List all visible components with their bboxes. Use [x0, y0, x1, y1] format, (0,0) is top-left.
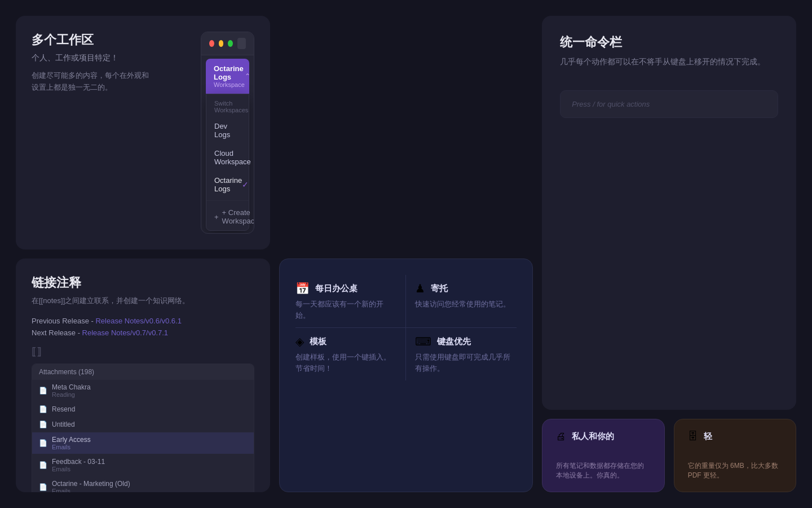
- link-row-next: Next Release - Release Notes/v0.7/v0.7.1: [32, 327, 254, 339]
- link-row-previous: Previous Release - Release Notes/v0.6/v0…: [32, 315, 254, 327]
- attachment-details-3: Early Access Emails: [52, 436, 91, 450]
- window-titlebar: [201, 32, 254, 55]
- command-bar-input[interactable]: Press / for quick actions: [560, 90, 778, 118]
- prev-release-label: Previous Release -: [32, 317, 95, 325]
- dropdown-item-cloud-workspace[interactable]: Cloud Workspace: [206, 144, 249, 171]
- attachment-details-5: Octarine - Marketing (Old) Emails: [52, 480, 130, 492]
- file-icon-2: 📄: [39, 421, 47, 428]
- template-icon: ◈: [295, 335, 304, 348]
- file-icon-4: 📄: [39, 461, 47, 469]
- attachment-name-0: Meta Chakra: [52, 383, 91, 391]
- command-bar-desc: 几乎每个动作都可以在不将手从键盘上移开的情况下完成。: [560, 55, 778, 68]
- feature-templates-desc: 创建样板，使用一个键插入。节省时间！: [295, 352, 396, 374]
- prev-release-href[interactable]: Release Notes/v0.6/v0.6.1: [95, 317, 181, 325]
- create-workspace-label: + Create Workspace: [222, 208, 254, 225]
- attachment-sub-3: Emails: [52, 444, 91, 450]
- file-icon-3: 📄: [39, 439, 47, 447]
- dropdown-item-octarine-logs[interactable]: Octarine Logs ✓: [206, 171, 249, 198]
- traffic-yellow[interactable]: [219, 40, 224, 47]
- workspace-current-name: Octarine Logs: [214, 64, 245, 81]
- attachment-details-0: Meta Chakra Reading: [52, 383, 91, 398]
- attachment-item-5[interactable]: 📄 Octarine - Marketing (Old) Emails: [32, 476, 254, 492]
- dropdown-item-dev-logs[interactable]: Dev Logs: [206, 117, 249, 144]
- attachment-name-4: Feedback - 03-11: [52, 458, 105, 466]
- attachment-name-3: Early Access: [52, 436, 91, 444]
- light-icon: 🗄: [688, 431, 698, 443]
- sidebar-items-area: 📎 Attachments ⚙ Settings: [206, 233, 249, 234]
- feature-pinning-header: ♟ 寄托: [415, 282, 517, 295]
- features-grid: 📅 每日办公桌 每一天都应该有一个新的开始。 ♟ 寄托 快速访问您经常使用的笔记…: [295, 275, 517, 380]
- workspaces-desc: 创建尽可能多的内容，每个在外观和设置上都是独一无二的。: [32, 70, 189, 94]
- file-icon-1: 📄: [39, 405, 47, 413]
- workspace-selector-text: Octarine Logs Workspace: [214, 64, 245, 88]
- private-icon: 🖨: [556, 431, 566, 443]
- sidebar-item-attachments[interactable]: 📎 Attachments: [206, 233, 249, 234]
- private-card: 🖨 私人和你的 所有笔记和数据都存储在您的本地设备上。你真的。: [542, 419, 664, 492]
- light-card-title: 轻: [704, 431, 712, 442]
- workspace-selector-header[interactable]: Octarine Logs Workspace ⌃: [206, 59, 249, 94]
- window-icon: [237, 38, 246, 49]
- feature-pinning-title: 寄托: [431, 283, 448, 294]
- feature-templates-header: ◈ 模板: [295, 335, 396, 348]
- attachments-section: Attachments (198) 📄 Meta Chakra Reading …: [32, 364, 254, 492]
- private-card-title: 私人和你的: [572, 431, 614, 442]
- feature-keyboard-header: ⌨ 键盘优先: [415, 335, 517, 348]
- workspaces-subtitle: 个人、工作或项目特定！: [32, 53, 189, 63]
- feature-daily-header: 📅 每日办公桌: [295, 282, 396, 295]
- traffic-green[interactable]: [228, 40, 233, 47]
- command-bar-card: 统一命令栏 几乎每个动作都可以在不将手从键盘上移开的情况下完成。 Press /…: [542, 16, 796, 410]
- private-card-desc: 所有笔记和数据都存储在您的本地设备上。你真的。: [556, 461, 650, 480]
- attachment-item-3-highlighted[interactable]: 📄 Early Access Emails: [32, 432, 254, 454]
- attachments-header: Attachments (198): [32, 364, 254, 380]
- feature-pinning: ♟ 寄托 快速访问您经常使用的笔记。: [406, 275, 517, 328]
- command-bar-placeholder: Press / for quick actions: [572, 100, 650, 108]
- feature-daily-desc: 每一天都应该有一个新的开始。: [295, 299, 396, 321]
- bracket-icon: ⟦⟧: [32, 345, 254, 358]
- attachment-sub-4: Emails: [52, 466, 105, 472]
- attachment-item-1[interactable]: 📄 Resend: [32, 402, 254, 417]
- file-icon-0: 📄: [39, 387, 47, 395]
- feature-keyboard-desc: 只需使用键盘即可完成几乎所有操作。: [415, 352, 517, 374]
- create-workspace-btn[interactable]: + + Create Workspace: [206, 203, 249, 230]
- dropdown-item-cloud-workspace-label: Cloud Workspace: [214, 149, 251, 166]
- keyboard-icon: ⌨: [415, 335, 431, 348]
- light-card-desc: 它的重量仅为 6MB，比大多数 PDF 更轻。: [688, 461, 782, 480]
- attachment-name-2: Untitled: [52, 421, 75, 428]
- dropdown-item-dev-logs-label: Dev Logs: [214, 122, 241, 139]
- attachment-sub-5: Emails: [52, 488, 130, 492]
- feature-pinning-desc: 快速访问您经常使用的笔记。: [415, 299, 517, 310]
- feature-templates: ◈ 模板 创建样板，使用一个键插入。节省时间！: [295, 328, 406, 380]
- pin-icon: ♟: [415, 282, 425, 295]
- link-notes-card: 链接注释 在[[notes]]之间建立联系，并创建一个知识网络。 Previou…: [16, 259, 270, 492]
- attachment-name-5: Octarine - Marketing (Old): [52, 480, 130, 488]
- file-icon-5: 📄: [39, 483, 47, 491]
- attachments-mock: Attachments (198) 📄 Meta Chakra Reading …: [32, 364, 254, 492]
- right-column: 统一命令栏 几乎每个动作都可以在不将手从键盘上移开的情况下完成。 Press /…: [542, 16, 796, 492]
- workspaces-text-col: 多个工作区 个人、工作或项目特定！ 创建尽可能多的内容，每个在外观和设置上都是独…: [32, 32, 189, 234]
- window-content: Octarine Logs Workspace ⌃ Switch Workspa…: [201, 55, 254, 234]
- feature-templates-title: 模板: [310, 336, 326, 347]
- workspaces-card: 多个工作区 个人、工作或项目特定！ 创建尽可能多的内容，每个在外观和设置上都是独…: [16, 16, 270, 249]
- feature-keyboard: ⌨ 键盘优先 只需使用键盘即可完成几乎所有操作。: [406, 328, 517, 380]
- attachment-item-0[interactable]: 📄 Meta Chakra Reading: [32, 380, 254, 402]
- attachment-details-4: Feedback - 03-11 Emails: [52, 458, 105, 472]
- attachment-sub-0: Reading: [52, 391, 91, 398]
- attachment-item-4[interactable]: 📄 Feedback - 03-11 Emails: [32, 454, 254, 476]
- check-icon: ✓: [242, 180, 249, 189]
- light-card-header: 🗄 轻: [688, 431, 782, 443]
- light-card: 🗄 轻 它的重量仅为 6MB，比大多数 PDF 更轻。: [674, 419, 796, 492]
- private-card-header: 🖨 私人和你的: [556, 431, 650, 443]
- next-release-label: Next Release -: [32, 329, 82, 337]
- traffic-red[interactable]: [209, 40, 214, 47]
- dropdown-section-label: Switch Workspaces: [206, 94, 249, 117]
- app-window-mock: Octarine Logs Workspace ⌃ Switch Workspa…: [201, 32, 254, 234]
- workspace-current-label: Workspace: [214, 81, 245, 88]
- link-examples: Previous Release - Release Notes/v0.6/v0…: [32, 315, 254, 339]
- create-workspace-plus-icon: +: [214, 213, 219, 221]
- next-release-href[interactable]: Release Notes/v0.7/v0.7.1: [82, 329, 168, 337]
- workspace-dropdown-menu: Switch Workspaces Dev Logs Cloud Workspa…: [206, 94, 249, 231]
- link-notes-desc: 在[[notes]]之间建立联系，并创建一个知识网络。: [32, 296, 254, 306]
- dropdown-divider: [206, 200, 249, 201]
- attachment-item-2[interactable]: 📄 Untitled: [32, 417, 254, 432]
- calendar-icon: 📅: [295, 282, 310, 295]
